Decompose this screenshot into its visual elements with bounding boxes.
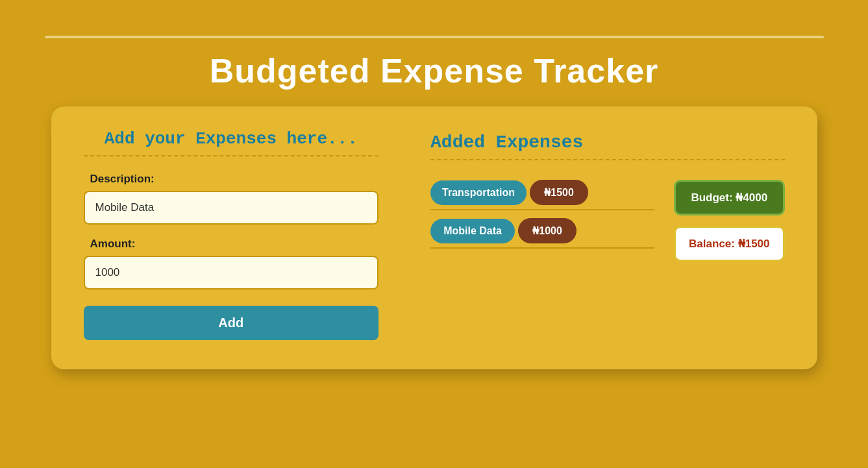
expense-list: Transportation ₦1500 Mobile Data ₦1000 — [430, 180, 654, 249]
page-title: Budgeted Expense Tracker — [210, 51, 659, 90]
expenses-and-summary: Transportation ₦1500 Mobile Data ₦1000 B… — [430, 180, 784, 262]
expenses-divider — [430, 159, 784, 160]
budget-badge: Budget: ₦4000 — [674, 180, 784, 216]
expense-amount-transportation: ₦1500 — [530, 180, 588, 205]
table-row: Transportation ₦1500 — [430, 180, 654, 210]
amount-label: Amount: — [90, 238, 136, 251]
balance-badge: Balance: ₦1500 — [674, 226, 784, 262]
description-label: Description: — [90, 173, 155, 186]
form-divider — [84, 155, 379, 156]
top-decorative-line — [45, 36, 824, 38]
expense-amount-mobile-data: ₦1000 — [518, 218, 577, 243]
expense-name-mobile-data: Mobile Data — [430, 219, 515, 243]
add-button[interactable]: Add — [84, 306, 379, 340]
description-input[interactable] — [84, 191, 379, 225]
expense-name-transportation: Transportation — [430, 180, 527, 205]
form-title: Add your Expenses here... — [105, 129, 358, 149]
added-expenses-panel: Added Expenses Transportation ₦1500 Mobi… — [430, 129, 784, 340]
added-expenses-title: Added Expenses — [430, 132, 784, 153]
amount-input[interactable] — [84, 256, 379, 289]
main-card: Add your Expenses here... Description: A… — [51, 106, 817, 369]
expense-form-panel: Add your Expenses here... Description: A… — [84, 129, 379, 340]
table-row: Mobile Data ₦1000 — [430, 218, 654, 249]
summary-section: Budget: ₦4000 Balance: ₦1500 — [674, 180, 784, 262]
